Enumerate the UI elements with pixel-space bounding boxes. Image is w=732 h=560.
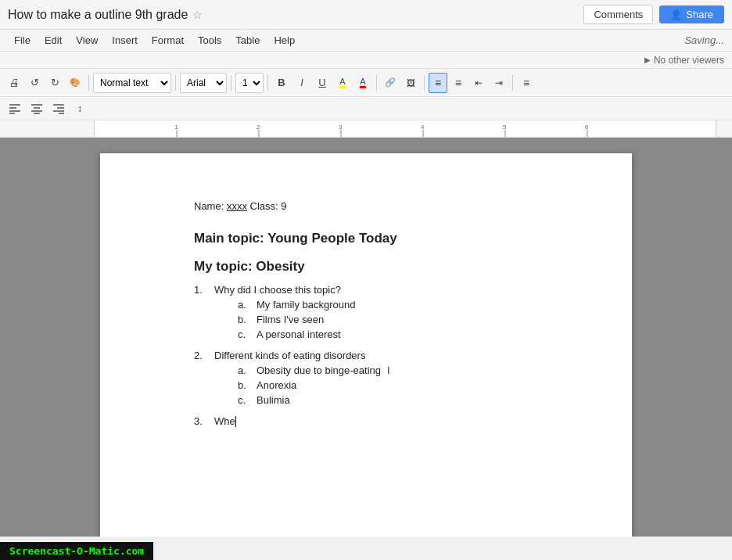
name-label: Name: xyxy=(194,200,224,212)
paint-format-button[interactable]: 🎨 xyxy=(66,73,84,93)
svg-text:3: 3 xyxy=(339,124,343,131)
sub-text-1b: Films I've seen xyxy=(257,314,324,325)
toolbar-sep5 xyxy=(376,75,377,91)
menu-format[interactable]: Format xyxy=(145,33,190,48)
sub-item-2a: a. Obesity due to binge-eating I xyxy=(238,364,390,376)
ruler-inner: 1 2 3 4 5 6 xyxy=(94,120,716,137)
saving-status: Saving... xyxy=(684,34,724,46)
sub-item-1b: b. Films I've seen xyxy=(238,314,355,325)
sub-item-1c: c. A personal interest xyxy=(238,328,355,340)
italic-button[interactable]: I xyxy=(292,73,311,93)
outline-text-2: Different kinds of eating disorders xyxy=(214,350,365,361)
document-area[interactable]: Name: xxxx Class: 9 Main topic: Young Pe… xyxy=(0,138,732,537)
menu-tools[interactable]: Tools xyxy=(192,33,228,48)
menu-view[interactable]: View xyxy=(70,33,104,48)
viewer-text: No other viewers xyxy=(654,55,724,66)
align-right-button[interactable] xyxy=(48,99,69,119)
menu-edit[interactable]: Edit xyxy=(38,33,68,48)
sub-text-2b: Anorexia xyxy=(257,379,296,391)
name-value: xxxx xyxy=(227,200,247,212)
viewer-arrow: ▶ xyxy=(644,56,651,64)
outline-item-3-content: Whe xyxy=(214,415,236,427)
redo-button[interactable]: ↻ xyxy=(45,73,64,93)
font-color-button[interactable]: A xyxy=(353,73,372,93)
image-button[interactable]: 🖼 xyxy=(401,73,420,93)
align-center-button[interactable] xyxy=(27,99,47,119)
sub-item-2b: b. Anorexia xyxy=(238,379,390,391)
watermark: Screencast-O-Matic.com xyxy=(0,542,153,560)
outline-item-2-content: Different kinds of eating disorders a. O… xyxy=(214,350,390,409)
main-topic-line: Main topic: Young People Today xyxy=(194,231,569,246)
outline-text-1: Why did I choose this topic? xyxy=(214,284,341,296)
outline-item-1: 1. Why did I choose this topic? a. My fa… xyxy=(194,284,569,343)
outline-num-2: 2. xyxy=(194,350,210,409)
class-value: 9 xyxy=(281,200,286,212)
share-button[interactable]: 👤 Share xyxy=(659,5,724,23)
viewer-bar: ▶ No other viewers xyxy=(0,52,732,69)
svg-text:4: 4 xyxy=(421,124,425,131)
star-icon[interactable]: ☆ xyxy=(192,9,203,21)
toolbar-sep6 xyxy=(424,75,425,91)
title-left: How to make a outline 9th grade ☆ xyxy=(8,8,203,22)
cursor-position-marker: I xyxy=(387,364,390,376)
sub-alpha-1c: c. xyxy=(238,328,252,340)
toolbar-sep7 xyxy=(512,75,513,91)
menu-insert[interactable]: Insert xyxy=(106,33,144,48)
highlight-button[interactable]: A xyxy=(333,73,352,93)
sub-list-2: a. Obesity due to binge-eating I b. Anor… xyxy=(238,364,390,406)
title-bar: How to make a outline 9th grade ☆ Commen… xyxy=(0,0,732,30)
class-label: Class: xyxy=(250,200,278,212)
share-icon: 👤 xyxy=(670,9,682,20)
main-topic-label: Main topic: xyxy=(194,231,264,246)
outline-num-1: 1. xyxy=(194,284,210,343)
svg-text:1: 1 xyxy=(174,124,178,131)
outline-item-1-content: Why did I choose this topic? a. My famil… xyxy=(214,284,355,343)
sub-alpha-2a: a. xyxy=(238,364,252,376)
print-button[interactable]: 🖨 xyxy=(5,73,23,93)
sub-text-1c: A personal interest xyxy=(257,328,341,340)
sub-item-1a: a. My family background xyxy=(238,299,355,311)
outline-item-2: 2. Different kinds of eating disorders a… xyxy=(194,350,569,409)
unordered-list-button[interactable]: ≡ xyxy=(449,73,468,93)
alignment-button[interactable]: ≡ xyxy=(517,73,536,93)
my-topic-line: My topic: Obesity xyxy=(194,259,569,275)
sub-item-2c: c. Bulimia xyxy=(238,394,390,406)
svg-text:2: 2 xyxy=(257,124,260,131)
underline-button[interactable]: U xyxy=(313,73,332,93)
outline-num-3: 3. xyxy=(194,415,210,427)
menu-help[interactable]: Help xyxy=(267,33,301,48)
menu-table[interactable]: Table xyxy=(229,33,266,48)
indent-more-button[interactable]: ⇥ xyxy=(490,73,508,93)
svg-text:5: 5 xyxy=(503,124,507,131)
font-select[interactable]: Arial xyxy=(180,73,227,93)
link-button[interactable]: 🔗 xyxy=(381,73,400,93)
undo-button[interactable]: ↺ xyxy=(25,73,44,93)
sub-list-1: a. My family background b. Films I've se… xyxy=(238,299,355,340)
ordered-list-button[interactable]: ≡ xyxy=(429,73,447,93)
outline-list: 1. Why did I choose this topic? a. My fa… xyxy=(194,284,569,427)
document-meta: Name: xxxx Class: 9 xyxy=(194,200,569,212)
toolbar-row1: 🖨 ↺ ↻ 🎨 Normal text Arial 11 B I U A A 🔗… xyxy=(0,69,732,97)
text-cursor xyxy=(235,416,236,427)
sub-alpha-1b: b. xyxy=(238,314,252,325)
outline-text-3: Whe xyxy=(214,415,235,427)
sub-text-2a: Obesity due to binge-eating xyxy=(257,364,381,376)
document-title[interactable]: How to make a outline 9th grade xyxy=(8,8,188,22)
toolbar-sep2 xyxy=(175,75,176,91)
line-spacing-button[interactable]: ↕ xyxy=(70,99,89,119)
size-select[interactable]: 11 xyxy=(235,73,264,93)
my-topic-value: Obesity xyxy=(256,259,304,274)
menu-file[interactable]: File xyxy=(8,33,37,48)
style-select[interactable]: Normal text xyxy=(93,73,171,93)
comments-button[interactable]: Comments xyxy=(583,5,653,24)
sub-alpha-2b: b. xyxy=(238,379,252,391)
sub-alpha-2c: c. xyxy=(238,394,252,406)
indent-less-button[interactable]: ⇤ xyxy=(469,73,488,93)
sub-alpha-1a: a. xyxy=(238,299,252,311)
document-page[interactable]: Name: xxxx Class: 9 Main topic: Young Pe… xyxy=(100,153,632,537)
menu-bar: File Edit View Insert Format Tools Table… xyxy=(0,30,732,52)
align-left-button[interactable] xyxy=(5,99,25,119)
toolbar-sep4 xyxy=(267,75,268,91)
title-right: Comments 👤 Share xyxy=(583,5,724,24)
bold-button[interactable]: B xyxy=(272,73,291,93)
